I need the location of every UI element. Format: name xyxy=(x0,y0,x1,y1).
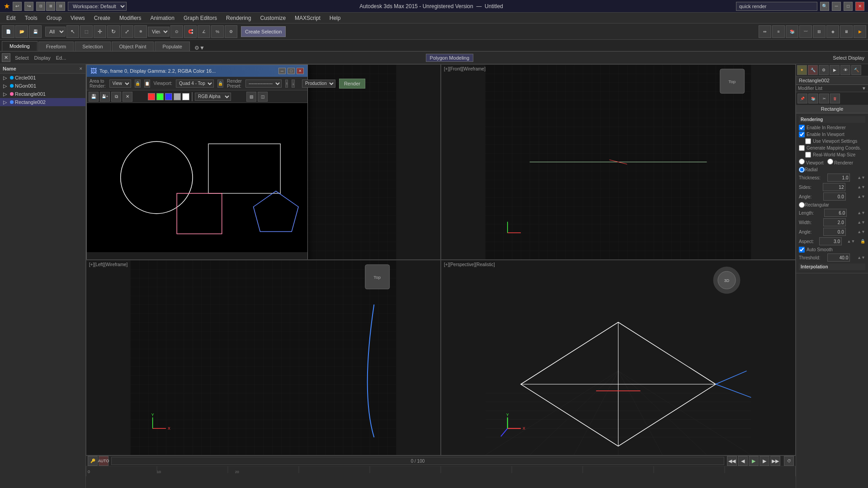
preset-save-btn[interactable]: ↓ xyxy=(292,80,295,88)
undo-btn[interactable]: ↩ xyxy=(13,2,22,11)
width-input[interactable] xyxy=(823,218,846,226)
vp-lock-btn[interactable]: 🔒 xyxy=(217,80,223,88)
timeline-bar[interactable]: 0 10 20 xyxy=(86,466,796,488)
rectangular-radio[interactable] xyxy=(799,202,805,208)
render-btn[interactable]: ▶ xyxy=(854,25,866,38)
renderer-radio[interactable] xyxy=(827,159,833,164)
render-win-minimize[interactable]: ─ xyxy=(278,68,286,74)
menu-create[interactable]: Create xyxy=(90,14,115,22)
ref-coord-btn[interactable]: ⊕ xyxy=(134,25,147,38)
create-selection-btn[interactable]: Create Selection xyxy=(241,26,286,37)
preset-load-btn[interactable]: ↑ xyxy=(285,80,288,88)
width-spinner[interactable]: ▲▼ xyxy=(857,220,865,225)
channel-mode-dropdown[interactable]: RGB Alpha xyxy=(195,93,231,101)
timeline-scrub[interactable]: 0 / 100 xyxy=(111,457,724,465)
render-win-maximize[interactable]: □ xyxy=(288,68,295,74)
close-btn[interactable]: ✕ xyxy=(855,2,864,11)
rp-motion-btn[interactable]: ▶ xyxy=(830,65,840,75)
move-btn[interactable]: ✛ xyxy=(94,25,106,38)
render-window-title[interactable]: 🖼 Top, frame 0, Display Gamma: 2.2, RGBA… xyxy=(87,65,307,77)
scale-btn[interactable]: ⤢ xyxy=(121,25,133,38)
mod-pin-btn[interactable]: 📌 xyxy=(797,94,807,103)
schematic-btn[interactable]: ⊞ xyxy=(813,25,826,38)
snap-btn[interactable]: 🧲 xyxy=(184,25,197,38)
mono-channel-swatch[interactable] xyxy=(174,93,181,100)
select-region-btn[interactable]: ⬚ xyxy=(80,25,93,38)
spinner-snap-btn[interactable]: ⚙ xyxy=(225,25,237,38)
close-subtoolbar[interactable]: ✕ xyxy=(2,53,10,62)
enable-renderer-check[interactable] xyxy=(799,125,805,131)
threshold-spinner[interactable]: ▲▼ xyxy=(857,255,865,260)
area-to-render-dropdown[interactable]: View xyxy=(109,80,131,88)
blue-channel-swatch[interactable] xyxy=(165,93,172,100)
aspect-lock[interactable]: 🔒 xyxy=(860,239,865,244)
menu-help[interactable]: Help xyxy=(325,14,345,22)
real-world-check[interactable] xyxy=(805,152,811,158)
pivot-btn[interactable]: ⊙ xyxy=(170,25,183,38)
tab-populate[interactable]: Populate xyxy=(155,42,189,51)
sides-input[interactable] xyxy=(823,183,845,191)
tabs-overflow-btn[interactable]: ⚙▼ xyxy=(194,45,205,51)
angle-snap-btn[interactable]: ∠ xyxy=(198,25,210,38)
menu-rendering[interactable]: Rendering xyxy=(222,14,255,22)
viewport-radio[interactable] xyxy=(799,159,805,164)
viewport-dropdown[interactable]: Quad 4 - Top xyxy=(176,80,214,88)
mod-remove-btn[interactable]: 🗑 xyxy=(830,94,840,103)
thickness-spinner[interactable]: ▲▼ xyxy=(857,175,865,180)
area-lock-btn[interactable]: 🔒 xyxy=(135,80,141,88)
menu-edit[interactable]: Edit xyxy=(2,14,20,22)
menu-animation[interactable]: Animation xyxy=(146,14,179,22)
select-btn[interactable]: ↖ xyxy=(66,25,79,38)
material-btn[interactable]: ◈ xyxy=(826,25,839,38)
rt2-save-copy-btn[interactable]: 💾+ xyxy=(100,92,110,102)
scene-item-rectangle001[interactable]: ▷ Rectangle001 xyxy=(0,90,85,98)
align-btn[interactable]: ≡ xyxy=(772,25,785,38)
rp-display-btn[interactable]: 👁 xyxy=(840,65,850,75)
search-icon[interactable]: 🔍 xyxy=(820,2,829,11)
radial-radio[interactable] xyxy=(799,167,805,173)
maximize-btn[interactable]: □ xyxy=(844,2,853,11)
length-spinner[interactable]: ▲▼ xyxy=(857,211,865,215)
tl-key-btn[interactable]: 🔑 xyxy=(88,456,98,466)
tb-icon1[interactable]: ⊡ xyxy=(36,2,45,11)
sides-spinner[interactable]: ▲▼ xyxy=(857,185,865,189)
threshold-input[interactable] xyxy=(827,253,850,262)
length-input[interactable] xyxy=(824,209,847,217)
rp-utilities-btn[interactable]: 🔨 xyxy=(851,65,861,75)
menu-customize[interactable]: Customize xyxy=(255,14,290,22)
curve-editor-btn[interactable]: 〰 xyxy=(799,25,812,38)
area-info-btn[interactable]: 📋 xyxy=(144,80,150,88)
rp-create-btn[interactable]: ✦ xyxy=(797,65,807,75)
mod-stack-btn[interactable]: 📚 xyxy=(808,94,818,103)
view-dropdown[interactable]: View xyxy=(148,27,170,37)
menu-tools[interactable]: Tools xyxy=(20,14,42,22)
white-swatch[interactable] xyxy=(182,93,189,100)
tl-auto-key[interactable]: AUTO xyxy=(99,456,108,466)
tab-selection[interactable]: Selection xyxy=(75,42,110,51)
scene-item-ngon001[interactable]: ▷ NGon001 xyxy=(0,82,85,90)
tl-prev[interactable]: ◀ xyxy=(738,456,748,466)
menu-maxscript[interactable]: MAXScript xyxy=(290,14,325,22)
tb-icon3[interactable]: ⊟ xyxy=(56,2,65,11)
redo-btn[interactable]: ↪ xyxy=(24,2,33,11)
enable-viewport-check[interactable] xyxy=(799,131,805,137)
save-btn[interactable]: 💾 xyxy=(29,25,42,38)
workspace-dropdown[interactable]: Workspace: Default xyxy=(68,2,127,11)
tab-modeling[interactable]: Modeling xyxy=(2,41,38,51)
production-dropdown[interactable]: Production xyxy=(302,80,335,88)
pct-snap-btn[interactable]: % xyxy=(211,25,224,38)
tl-next[interactable]: ▶ xyxy=(760,456,769,466)
rt2-save-btn[interactable]: 💾 xyxy=(89,92,99,102)
tl-next-frame[interactable]: ▶▶ xyxy=(770,456,780,466)
rt2-clone-btn[interactable]: ⧉ xyxy=(111,92,121,102)
layer-btn[interactable]: 📚 xyxy=(786,25,798,38)
angle-input[interactable] xyxy=(823,192,846,201)
tl-prev-frame[interactable]: ◀◀ xyxy=(727,456,737,466)
auto-smooth-check[interactable] xyxy=(799,247,805,253)
rendering-section-header[interactable]: Rendering xyxy=(799,116,865,123)
gen-mapping-check[interactable] xyxy=(799,145,805,151)
render-button[interactable]: Render xyxy=(339,79,365,89)
rt2-mono-btn[interactable]: ▧ xyxy=(246,92,256,102)
menu-views[interactable]: Views xyxy=(66,14,90,22)
scene-item-rectangle002[interactable]: ▷ Rectangle002 xyxy=(0,98,85,106)
